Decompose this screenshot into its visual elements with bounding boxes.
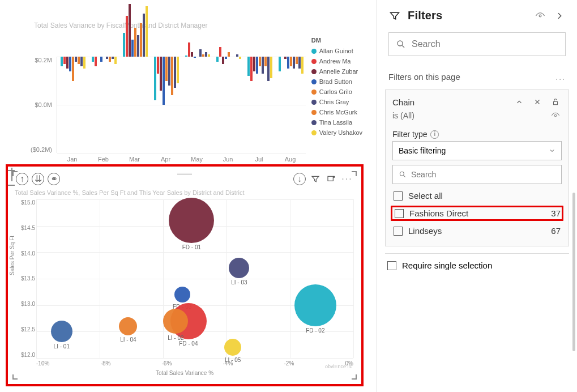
legend-item[interactable]: Carlos Grilo — [311, 87, 362, 97]
drag-grip-icon[interactable] — [177, 173, 192, 175]
filter-options-list: Select allFashions Direct37Lindseys67 — [392, 189, 562, 238]
bar-x-axis: JanFeb MarApr MayJun JulAug — [57, 156, 306, 165]
bubble[interactable] — [294, 284, 336, 326]
visibility-icon[interactable] — [534, 10, 546, 22]
bubble[interactable] — [119, 317, 137, 335]
info-icon[interactable]: i — [430, 130, 439, 139]
bar-legend[interactable]: DM Allan GuinotAndrew MaAnnelie ZubarBra… — [311, 37, 362, 138]
report-canvas[interactable]: Total Sales Variance by FiscalMonth and … — [0, 0, 377, 392]
filter-values-search-input[interactable] — [411, 170, 555, 179]
search-icon — [396, 39, 406, 49]
bubble-label: FD - 04 — [179, 340, 198, 347]
filter-option[interactable]: Select all — [392, 189, 562, 203]
require-single-selection[interactable]: Require single selection — [385, 253, 569, 275]
bar-plot-area — [57, 57, 306, 153]
scatter-plot-area: FD - 01FD - 02FD - 03FD - 04LI - 01LI - … — [36, 199, 353, 358]
svg-point-2 — [398, 41, 403, 46]
checkbox[interactable] — [394, 191, 403, 201]
checkbox[interactable] — [394, 227, 403, 236]
lock-filter-icon[interactable] — [549, 96, 562, 108]
scatter-visual[interactable]: ↑ ⇊ ⚭ ↓ ··· Total Sales Variance %, Sale… — [11, 170, 358, 381]
expand-hierarchy-icon[interactable]: ⚭ — [48, 173, 60, 185]
scatter-x-label: Total Sales Variance % — [11, 370, 358, 376]
visibility-icon[interactable] — [549, 109, 562, 122]
drill-down-icon[interactable]: ↓ — [293, 173, 306, 185]
bar-chart-visual[interactable]: Total Sales Variance by FiscalMonth and … — [11, 23, 362, 161]
filter-type-label: Filter type — [392, 130, 427, 139]
filter-icon — [388, 10, 401, 22]
bubble-label: LI - 03 — [231, 279, 247, 286]
filters-section-label: Filters on this page — [388, 72, 555, 82]
checkbox[interactable] — [387, 261, 396, 270]
filter-option[interactable]: Fashions Direct37 — [391, 206, 563, 221]
scatter-title: Total Sales Variance %, Sales Per Sq Ft … — [15, 189, 245, 196]
legend-item[interactable]: Tina Lassila — [311, 117, 362, 127]
drill-down-all-icon[interactable]: ⇊ — [32, 173, 44, 185]
legend-item[interactable]: Chris McGurk — [311, 107, 362, 117]
bubble-label: LI - 02 — [168, 335, 183, 341]
bubble[interactable] — [163, 309, 188, 334]
section-more-icon[interactable]: ... — [555, 73, 566, 82]
bubble-label: LI - 01 — [54, 343, 70, 350]
credit-text: obviEnce llc — [325, 364, 352, 369]
bubble-label: FD - 01 — [182, 244, 201, 250]
filters-title: Filters — [408, 9, 527, 22]
collapse-card-icon[interactable] — [513, 96, 525, 108]
svg-point-1 — [539, 15, 541, 17]
legend-item[interactable]: Andrew Ma — [311, 56, 362, 66]
scatter-visual-highlight: ↑ ⇊ ⚭ ↓ ··· Total Sales Variance %, Sale… — [6, 164, 364, 386]
bubble[interactable] — [51, 321, 72, 342]
more-options-icon[interactable]: ··· — [341, 173, 353, 185]
scrollbar[interactable] — [572, 193, 575, 351]
collapse-icon[interactable] — [553, 10, 566, 22]
filter-icon[interactable] — [309, 173, 322, 185]
legend-item[interactable]: Chris Gray — [311, 97, 362, 107]
legend-item[interactable]: Valery Ushakov — [311, 127, 362, 138]
filter-card-chain: Chain is (All) Filter type i Basic filte… — [385, 90, 569, 246]
bubble[interactable] — [229, 258, 249, 278]
bubble[interactable] — [169, 198, 214, 243]
scatter-x-axis: -10%-8% -6%-4% -2%0% — [36, 360, 353, 367]
svg-point-4 — [554, 114, 556, 116]
visual-toolbar: ↑ ⇊ ⚭ ↓ ··· — [11, 170, 358, 188]
svg-rect-3 — [554, 101, 558, 104]
checkbox[interactable] — [395, 209, 404, 218]
filters-search-box[interactable] — [388, 32, 566, 56]
drill-up-icon[interactable]: ↑ — [16, 173, 28, 185]
bubble[interactable] — [224, 339, 241, 356]
clear-filter-icon[interactable] — [531, 96, 544, 108]
legend-item[interactable]: Allan Guinot — [311, 46, 362, 56]
focus-mode-icon[interactable] — [325, 173, 337, 185]
scatter-y-axis: $15.0$14.5 $14.0$13.5 $13.0$12.5 $12.0 — [15, 199, 35, 358]
filter-option[interactable]: Lindseys67 — [392, 224, 562, 238]
legend-item[interactable]: Brad Sutton — [311, 76, 362, 87]
filters-panel: Filters Filters on this page ... Chain i… — [377, 0, 577, 392]
svg-point-5 — [400, 172, 404, 176]
filter-field-name: Chain — [392, 97, 414, 107]
bubble-label: LI - 04 — [120, 336, 136, 343]
bar-y-axis: $0.2M $0.0M ($0.2M) — [26, 57, 52, 153]
filter-condition: is (All) — [392, 111, 414, 120]
svg-rect-0 — [328, 176, 333, 181]
bubble[interactable] — [174, 287, 190, 302]
bubble-label: FD - 02 — [306, 327, 324, 334]
filters-search-input[interactable] — [412, 39, 558, 49]
chevron-down-icon — [549, 147, 555, 154]
filter-values-search[interactable] — [392, 165, 562, 184]
search-icon — [399, 171, 407, 178]
filter-type-select[interactable]: Basic filtering — [392, 141, 562, 160]
legend-item[interactable]: Annelie Zubar — [311, 66, 362, 76]
